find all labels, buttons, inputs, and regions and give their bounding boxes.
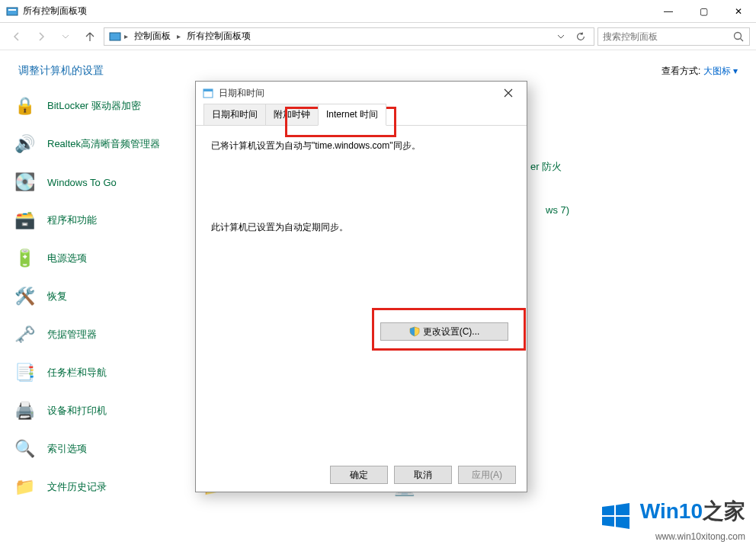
back-button[interactable] [6,26,27,47]
svg-marker-8 [616,503,629,515]
dialog-title: 日期和时间 [219,87,496,100]
up-button[interactable] [79,26,101,47]
shield-icon [409,326,420,337]
dialog-tabs: 日期和时间 附加时钟 Internet 时间 [196,104,527,126]
dialog-footer: 确定 取消 应用(A) [330,466,516,484]
item-label: 程序和功能 [47,213,97,227]
partial-item-2[interactable]: ws 7) [546,204,569,216]
item-icon: 🔋 [12,246,37,271]
item-label: 索引选项 [47,442,87,456]
apply-button[interactable]: 应用(A) [458,466,516,484]
svg-marker-9 [602,517,614,527]
item-label: 设备和打印机 [47,404,107,418]
window-titlebar: 所有控制面板项 — ▢ ✕ [0,0,756,23]
window-title: 所有控制面板项 [23,5,651,18]
address-bar[interactable]: ▸ 控制面板 ▸ 所有控制面板项 [104,27,594,46]
view-label: 查看方式: [662,66,700,76]
maximize-button[interactable]: ▢ [686,0,721,23]
control-panel-item[interactable]: 💽Windows To Go [12,163,200,201]
item-label: 文件历史记录 [47,480,107,494]
breadcrumb-1[interactable]: 控制面板 [131,30,174,43]
item-icon: 🔒 [12,94,37,118]
svg-rect-0 [7,8,18,15]
control-panel-item[interactable]: 🗝️凭据管理器 [12,316,200,354]
dialog-body: 已将计算机设置为自动与"time.windows.com"同步。 此计算机已设置… [196,126,527,453]
item-icon: 🛠️ [12,284,37,309]
item-icon: 🗃️ [12,208,37,232]
nav-bar: ▸ 控制面板 ▸ 所有控制面板项 [0,23,756,50]
breadcrumb-sep-icon: ▸ [124,32,128,40]
control-panel-item[interactable]: 🔋电源选项 [12,239,200,277]
breadcrumb-2[interactable]: 所有控制面板项 [184,30,254,43]
svg-marker-10 [616,517,629,529]
svg-marker-7 [602,505,614,515]
control-panel-item[interactable]: 🔒BitLocker 驱动器加密 [12,87,200,125]
dialog-titlebar: 日期和时间 [196,82,527,104]
address-dropdown[interactable] [553,28,569,45]
dialog-icon [202,87,214,99]
control-panel-item[interactable]: 🔍索引选项 [12,430,200,468]
svg-rect-6 [203,89,213,91]
control-panel-item[interactable]: 📁文件历史记录 [12,468,200,506]
item-icon: 📁 [12,475,37,499]
item-icon: 🖨️ [12,399,37,423]
item-icon: 🔍 [12,437,37,461]
refresh-button[interactable] [572,28,589,45]
watermark-url: www.win10xitong.com [601,531,745,542]
item-icon: 📑 [12,361,37,385]
item-label: Windows To Go [47,177,117,188]
item-icon: 🔊 [12,132,37,156]
control-panel-icon [109,30,121,43]
item-label: 恢复 [47,290,67,303]
svg-point-3 [735,32,742,39]
search-box[interactable] [597,27,750,46]
sync-auto-text: 此计算机已设置为自动定期同步。 [211,221,511,234]
tab-datetime[interactable]: 日期和时间 [203,104,266,125]
control-panel-item[interactable]: 🗃️程序和功能 [12,201,200,239]
control-panel-item[interactable]: 🔊Realtek高清晰音频管理器 [12,125,200,163]
recent-dropdown[interactable] [55,26,76,47]
ok-button[interactable]: 确定 [330,466,388,484]
sync-status-text: 已将计算机设置为自动与"time.windows.com"同步。 [211,139,511,152]
app-icon [6,5,18,18]
datetime-dialog: 日期和时间 日期和时间 附加时钟 Internet 时间 已将计算机设置为自动与… [195,81,527,492]
tab-additional-clocks[interactable]: 附加时钟 [265,104,319,125]
svg-rect-1 [8,9,16,11]
view-dropdown[interactable]: 大图标 ▾ [703,66,738,76]
item-label: 任务栏和导航 [47,366,107,380]
cancel-button[interactable]: 取消 [394,466,452,484]
watermark-brand-b: 之家 [703,499,745,523]
control-panel-item[interactable]: 🖨️设备和打印机 [12,392,200,430]
page-title: 调整计算机的设置 [18,64,104,78]
item-label: Realtek高清晰音频管理器 [47,137,160,151]
breadcrumb-sep-icon: ▸ [177,32,181,40]
minimize-button[interactable]: — [651,0,686,23]
item-icon: 💽 [12,170,37,194]
dialog-close-button[interactable] [496,84,521,102]
search-input[interactable] [603,31,728,42]
item-label: 凭据管理器 [47,328,97,341]
windows-logo-icon [601,501,631,531]
search-icon[interactable] [732,30,745,43]
forward-button[interactable] [30,26,52,47]
svg-rect-2 [110,33,120,40]
watermark-brand-a: Win10 [640,499,703,523]
control-panel-item[interactable]: 📑任务栏和导航 [12,354,200,392]
item-icon: 🗝️ [12,322,37,347]
watermark: Win10之家 www.win10xitong.com [601,497,745,542]
close-button[interactable]: ✕ [721,0,756,23]
svg-line-4 [741,38,744,41]
change-settings-button[interactable]: 更改设置(C)... [380,322,508,341]
item-label: 电源选项 [47,252,87,265]
tab-internet-time[interactable]: Internet 时间 [318,104,386,126]
control-panel-item[interactable]: 🛠️恢复 [12,277,200,316]
item-label: BitLocker 驱动器加密 [47,99,141,113]
partial-item-1[interactable]: er 防火 [530,160,562,174]
